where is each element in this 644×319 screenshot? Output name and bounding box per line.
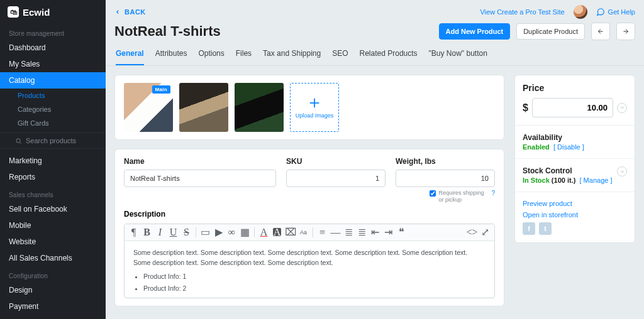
sidebar-item-facebook[interactable]: Sell on Facebook <box>0 201 106 217</box>
price-expand-button[interactable] <box>617 103 627 113</box>
sidebar-sub-gift-cards[interactable]: Gift Cards <box>0 116 106 130</box>
preview-product-link[interactable]: Preview product <box>523 200 627 207</box>
main: BACK View Create a Pro Test Site Get Hel… <box>106 0 644 319</box>
stock-label: Stock Control <box>523 166 627 175</box>
sidebar-item-design[interactable]: Design <box>0 282 106 298</box>
gallery-card: Main Upload Images <box>114 75 504 140</box>
sidebar: 🛍 Ecwid Store management Dashboard My Sa… <box>0 0 106 319</box>
view-site-link[interactable]: View Create a Pro Test Site <box>480 8 564 16</box>
sidebar-sub-products[interactable]: Products <box>0 89 106 102</box>
tab-buy-now[interactable]: "Buy Now" button <box>429 44 487 65</box>
brand-logo[interactable]: 🛍 Ecwid <box>0 0 106 24</box>
sidebar-item-website[interactable]: Website <box>0 234 106 250</box>
requires-shipping-checkbox[interactable] <box>430 190 436 197</box>
next-product-button[interactable] <box>616 23 635 40</box>
search-products[interactable]: Search products <box>0 132 106 149</box>
list-item: Product Info: 1 <box>143 271 486 281</box>
hr-icon[interactable]: ― <box>331 228 340 236</box>
availability-label: Availability <box>523 133 627 142</box>
help-icon[interactable]: ? <box>491 190 495 197</box>
bold-icon[interactable]: B <box>143 228 151 236</box>
get-help-link[interactable]: Get Help <box>596 8 635 16</box>
code-view-icon[interactable]: <> <box>468 228 476 236</box>
tab-options[interactable]: Options <box>198 44 224 65</box>
quote-icon[interactable]: ❝ <box>397 228 406 236</box>
chevron-down-icon <box>619 105 625 111</box>
tab-general[interactable]: General <box>116 44 144 65</box>
tab-seo[interactable]: SEO <box>332 44 348 65</box>
open-storefront-link[interactable]: Open in storefront <box>523 211 627 219</box>
tab-files[interactable]: Files <box>236 44 252 65</box>
clear-format-icon[interactable]: ⌧ <box>286 228 294 236</box>
link-icon[interactable]: ∞ <box>228 228 236 236</box>
tab-attributes[interactable]: Attributes <box>155 44 187 65</box>
sidebar-item-catalog[interactable]: Catalog <box>0 72 106 89</box>
tab-tax-shipping[interactable]: Tax and Shipping <box>263 44 321 65</box>
ol-icon[interactable]: ≣ <box>345 228 353 236</box>
prev-product-button[interactable] <box>591 23 610 40</box>
font-size-icon[interactable]: Aa <box>299 228 308 236</box>
back-label: BACK <box>125 8 146 16</box>
svg-line-1 <box>20 142 21 143</box>
table-icon[interactable]: ▦ <box>241 228 249 236</box>
search-icon <box>15 138 22 144</box>
product-image-2[interactable] <box>179 83 228 132</box>
upload-images-button[interactable]: Upload Images <box>290 83 339 132</box>
fill-color-icon[interactable]: A <box>273 228 281 236</box>
tab-related[interactable]: Related Products <box>360 44 418 65</box>
disable-link[interactable]: [ Disable ] <box>553 143 584 151</box>
indent-icon[interactable]: ⇥ <box>384 228 392 236</box>
manage-stock-link[interactable]: [ Manage ] <box>580 176 613 184</box>
arrow-right-icon <box>622 28 630 35</box>
name-input[interactable] <box>124 170 276 187</box>
stock-status: In Stock <box>523 176 550 184</box>
description-textarea[interactable]: Some description text. Some description … <box>125 241 494 298</box>
price-input[interactable] <box>532 98 613 117</box>
weight-label: Weight, lbs <box>396 157 495 166</box>
product-image-3[interactable] <box>235 83 284 132</box>
get-help-label: Get Help <box>608 8 635 16</box>
product-tabs: General Attributes Options Files Tax and… <box>106 44 644 66</box>
weight-input[interactable] <box>396 170 495 187</box>
ul-icon[interactable]: ≣ <box>358 228 366 236</box>
sidebar-item-mobile[interactable]: Mobile <box>0 217 106 234</box>
align-left-icon[interactable]: ≡ <box>318 228 326 236</box>
sidebar-item-dashboard[interactable]: Dashboard <box>0 40 106 56</box>
sidebar-group-label: Store management <box>0 24 106 40</box>
chat-icon <box>596 8 605 16</box>
back-button[interactable]: BACK <box>114 8 146 16</box>
title-row: NotReal T-shirts Add New Product Duplica… <box>106 20 644 44</box>
duplicate-product-button[interactable]: Duplicate Product <box>516 23 585 40</box>
sidebar-item-shipping[interactable]: Shipping & Pickup <box>0 315 106 319</box>
font-color-icon[interactable]: A <box>260 228 268 236</box>
sidebar-item-all-channels[interactable]: All Sales Channels <box>0 250 106 266</box>
image-icon[interactable]: ▭ <box>201 228 209 236</box>
add-product-button[interactable]: Add New Product <box>439 23 511 40</box>
outdent-icon[interactable]: ⇤ <box>371 228 379 236</box>
stock-count: (100 it.) <box>552 176 576 184</box>
description-label: Description <box>124 210 495 219</box>
underline-icon[interactable]: U <box>169 228 177 236</box>
side-panel: Price $ Availability Enabled <box>514 75 635 306</box>
sidebar-item-marketing[interactable]: Marketing <box>0 153 106 169</box>
product-image-1[interactable]: Main <box>124 83 173 132</box>
search-placeholder: Search products <box>26 137 76 144</box>
sidebar-item-my-sales[interactable]: My Sales <box>0 56 106 72</box>
sidebar-item-payment[interactable]: Payment <box>0 298 106 315</box>
sidebar-item-reports[interactable]: Reports <box>0 169 106 185</box>
twitter-share-icon[interactable]: t <box>539 222 552 235</box>
topbar: BACK View Create a Pro Test Site Get Hel… <box>106 0 644 20</box>
list-item: Product Info: 3 <box>143 296 486 298</box>
fullscreen-icon[interactable]: ⤢ <box>481 228 489 236</box>
facebook-share-icon[interactable]: f <box>523 222 535 235</box>
bag-icon: 🛍 <box>8 6 19 18</box>
paragraph-icon[interactable]: ¶ <box>130 228 138 236</box>
italic-icon[interactable]: I <box>156 228 164 236</box>
sku-input[interactable] <box>286 170 386 187</box>
chevron-left-icon <box>114 9 121 15</box>
sidebar-sub-categories[interactable]: Categories <box>0 102 106 116</box>
stock-expand-button[interactable] <box>617 166 627 176</box>
video-icon[interactable]: ▶ <box>214 228 223 236</box>
strike-icon[interactable]: S <box>182 228 191 236</box>
avatar[interactable] <box>574 5 587 19</box>
